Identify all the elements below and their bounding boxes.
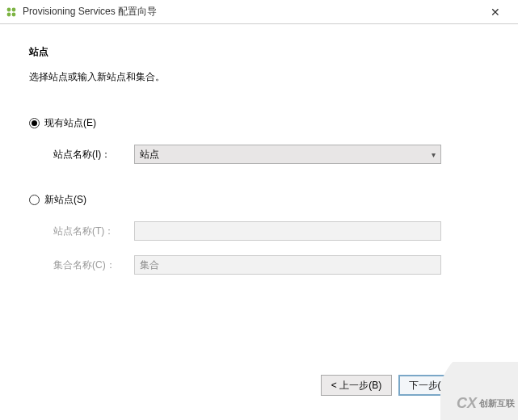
new-site-name-label: 站点名称(T)： xyxy=(53,225,134,238)
button-label: 下一步(N) > xyxy=(409,379,460,393)
svg-point-3 xyxy=(12,12,16,16)
radio-new-label: 新站点(S) xyxy=(44,193,86,207)
titlebar: Provisioning Services 配置向导 ✕ xyxy=(0,0,518,24)
radio-existing-label: 现有站点(E) xyxy=(44,116,96,130)
radio-icon xyxy=(29,118,40,128)
next-button[interactable]: 下一步(N) > xyxy=(398,375,470,396)
new-site-name-row: 站点名称(T)： xyxy=(29,221,489,241)
content-area: 站点 选择站点或输入新站点和集合。 现有站点(E) 站点名称(I)： 站点 ▾ … xyxy=(0,24,518,275)
radio-icon xyxy=(29,195,40,205)
svg-point-2 xyxy=(7,12,11,16)
button-label: < 上一步(B) xyxy=(331,379,381,393)
page-subtext: 选择站点或输入新站点和集合。 xyxy=(29,70,489,84)
svg-point-0 xyxy=(7,7,11,11)
page-heading: 站点 xyxy=(29,45,489,59)
new-site-name-input xyxy=(134,221,441,241)
existing-site-name-select[interactable]: 站点 ▾ xyxy=(134,145,441,164)
radio-existing-site[interactable]: 现有站点(E) xyxy=(29,116,489,130)
input-value: 集合 xyxy=(140,258,159,272)
existing-site-name-label: 站点名称(I)： xyxy=(53,148,134,162)
watermark-text: 创新互联 xyxy=(479,397,515,410)
existing-site-name-row: 站点名称(I)： 站点 ▾ xyxy=(29,145,489,164)
collection-name-input: 集合 xyxy=(134,255,441,275)
watermark-logo: CX xyxy=(457,395,477,412)
radio-new-site[interactable]: 新站点(S) xyxy=(29,193,489,207)
close-button[interactable]: ✕ xyxy=(479,1,512,23)
svg-point-1 xyxy=(12,7,16,11)
select-value: 站点 xyxy=(140,148,159,162)
footer-buttons: < 上一步(B) 下一步(N) > xyxy=(321,375,470,396)
collection-name-label: 集合名称(C)： xyxy=(53,258,134,272)
app-icon xyxy=(5,6,18,19)
window-title: Provisioning Services 配置向导 xyxy=(23,5,479,19)
back-button[interactable]: < 上一步(B) xyxy=(321,375,392,396)
collection-name-row: 集合名称(C)： 集合 xyxy=(29,255,489,275)
chevron-down-icon: ▾ xyxy=(432,150,436,159)
